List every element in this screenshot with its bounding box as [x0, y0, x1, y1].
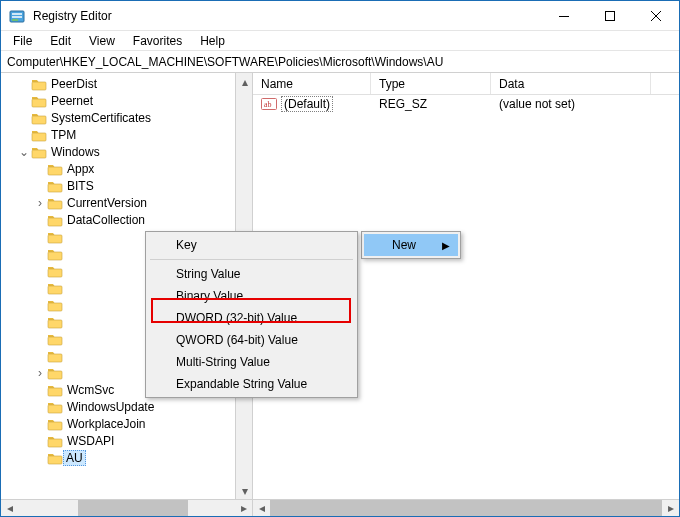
folder-icon [47, 281, 63, 295]
tree-item[interactable]: ·WindowsUpdate [1, 398, 235, 415]
tree-item[interactable]: ·Appx [1, 160, 235, 177]
context-item-multi-string-value[interactable]: Multi-String Value [148, 351, 355, 373]
list-hscrollbar[interactable]: ◂ ▸ [253, 499, 679, 516]
menu-file[interactable]: File [5, 32, 40, 50]
tree-item[interactable]: ·WSDAPI [1, 432, 235, 449]
address-text: Computer\HKEY_LOCAL_MACHINE\SOFTWARE\Pol… [7, 55, 443, 69]
twisty-placeholder: · [33, 417, 47, 431]
col-name[interactable]: Name [253, 73, 371, 94]
tree-item-label: WindowsUpdate [66, 400, 155, 414]
tree-item[interactable]: ·AU [1, 449, 235, 466]
folder-icon [47, 213, 63, 227]
twisty-placeholder: · [33, 451, 47, 465]
folder-icon [31, 111, 47, 125]
folder-icon [47, 332, 63, 346]
context-item-label: Multi-String Value [176, 355, 270, 369]
folder-icon [47, 451, 63, 465]
context-item-binary-value[interactable]: Binary Value [148, 285, 355, 307]
tree-item[interactable]: ·DataCollection [1, 211, 235, 228]
folder-icon [47, 366, 63, 380]
menu-help[interactable]: Help [192, 32, 233, 50]
scroll-right-icon[interactable]: ▸ [662, 500, 679, 517]
value-name: (Default) [281, 96, 333, 112]
folder-icon [31, 128, 47, 142]
main-area: ·PeerDist·Peernet·SystemCertificates·TPM… [1, 73, 679, 516]
tree-item[interactable]: ·SystemCertificates [1, 109, 235, 126]
context-menu-primary: New ▶ [361, 231, 461, 259]
context-item-label: Expandable String Value [176, 377, 307, 391]
regedit-window: Registry Editor File Edit View Favorites… [0, 0, 680, 517]
tree-item-label: SystemCertificates [50, 111, 152, 125]
tree-item[interactable]: ·Peernet [1, 92, 235, 109]
titlebar: Registry Editor [1, 1, 679, 31]
context-item-label: QWORD (64-bit) Value [176, 333, 298, 347]
minimize-button[interactable] [541, 1, 587, 31]
window-title: Registry Editor [33, 9, 541, 23]
tree-item-label: WorkplaceJoin [66, 417, 146, 431]
svg-rect-2 [12, 16, 22, 18]
tree-item-label: DataCollection [66, 213, 146, 227]
twisty-placeholder: · [33, 383, 47, 397]
col-data[interactable]: Data [491, 73, 651, 94]
scroll-down-icon[interactable]: ▾ [236, 482, 252, 499]
tree-item[interactable]: ·PeerDist [1, 75, 235, 92]
tree-item[interactable]: ·TPM [1, 126, 235, 143]
context-menu-new: KeyString ValueBinary ValueDWORD (32-bit… [145, 231, 358, 398]
chevron-right-icon[interactable]: › [33, 196, 47, 210]
folder-icon [47, 196, 63, 210]
twisty-placeholder: · [33, 332, 47, 346]
twisty-placeholder: · [33, 298, 47, 312]
twisty-placeholder: · [33, 247, 47, 261]
tree-item[interactable]: ·BITS [1, 177, 235, 194]
tree-item-label: WSDAPI [66, 434, 115, 448]
scroll-up-icon[interactable]: ▴ [236, 73, 252, 90]
folder-icon [31, 145, 47, 159]
twisty-placeholder: · [33, 264, 47, 278]
value-row[interactable]: (Default)REG_SZ(value not set) [253, 95, 679, 113]
twisty-placeholder: · [33, 434, 47, 448]
menu-view[interactable]: View [81, 32, 123, 50]
list-header: Name Type Data [253, 73, 679, 95]
folder-icon [31, 94, 47, 108]
tree-hscrollbar[interactable]: ◂ ▸ [1, 499, 252, 516]
folder-icon [47, 162, 63, 176]
folder-icon [47, 434, 63, 448]
menubar: File Edit View Favorites Help [1, 31, 679, 51]
tree-item-label: WcmSvc [66, 383, 115, 397]
tree-item[interactable]: ›CurrentVersion [1, 194, 235, 211]
context-item-new[interactable]: New ▶ [364, 234, 458, 256]
scroll-left-icon[interactable]: ◂ [253, 500, 270, 517]
twisty-placeholder: · [33, 213, 47, 227]
tree-item-label: Windows [50, 145, 101, 159]
scroll-right-icon[interactable]: ▸ [235, 500, 252, 517]
context-item-dword-32-bit-value[interactable]: DWORD (32-bit) Value [148, 307, 355, 329]
chevron-right-icon[interactable]: › [33, 366, 47, 380]
app-icon [9, 8, 25, 24]
context-item-key[interactable]: Key [148, 234, 355, 256]
chevron-down-icon[interactable]: ⌄ [17, 145, 31, 159]
value-data: (value not set) [491, 97, 651, 111]
folder-icon [47, 383, 63, 397]
context-item-qword-64-bit-value[interactable]: QWORD (64-bit) Value [148, 329, 355, 351]
twisty-placeholder: · [17, 111, 31, 125]
context-item-label: Key [176, 238, 197, 252]
scroll-left-icon[interactable]: ◂ [1, 500, 18, 517]
address-bar[interactable]: Computer\HKEY_LOCAL_MACHINE\SOFTWARE\Pol… [1, 51, 679, 73]
context-item-label: DWORD (32-bit) Value [176, 311, 297, 325]
twisty-placeholder: · [33, 179, 47, 193]
tree-item-label: Peernet [50, 94, 94, 108]
svg-rect-3 [12, 19, 18, 21]
tree-item[interactable]: ·WorkplaceJoin [1, 415, 235, 432]
svg-rect-4 [559, 16, 569, 17]
col-type[interactable]: Type [371, 73, 491, 94]
menu-edit[interactable]: Edit [42, 32, 79, 50]
folder-icon [47, 349, 63, 363]
maximize-button[interactable] [587, 1, 633, 31]
menu-favorites[interactable]: Favorites [125, 32, 190, 50]
tree-item[interactable]: ⌄Windows [1, 143, 235, 160]
close-button[interactable] [633, 1, 679, 31]
folder-icon [47, 179, 63, 193]
context-item-string-value[interactable]: String Value [148, 263, 355, 285]
context-item-expandable-string-value[interactable]: Expandable String Value [148, 373, 355, 395]
folder-icon [31, 77, 47, 91]
